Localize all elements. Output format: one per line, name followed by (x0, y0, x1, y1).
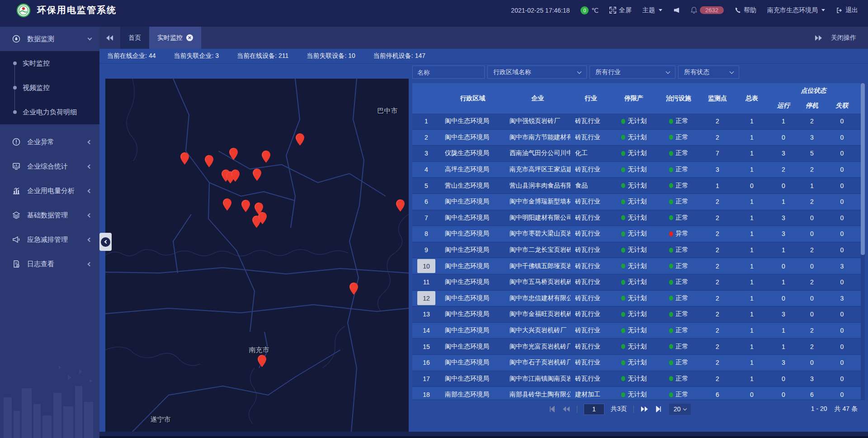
cell-halt: 2 (797, 274, 826, 290)
map-pin[interactable] (231, 170, 240, 182)
map-pin[interactable] (241, 200, 250, 212)
sidebar-item-5[interactable]: 应急减排管理 (0, 227, 99, 252)
megaphone-icon (12, 235, 21, 244)
cell-points: 2 (701, 274, 734, 290)
cell-halt: 0 (797, 226, 826, 242)
status-select[interactable]: 所有状态 (678, 66, 739, 79)
cell-region: 阆中生态环境局 (440, 258, 505, 274)
map-pin[interactable] (205, 155, 213, 167)
map-pin[interactable] (253, 169, 261, 181)
map[interactable]: 巴中市南充市遂宁市 (105, 79, 409, 432)
tab-close-icon[interactable]: ✕ (186, 34, 193, 41)
table-row[interactable]: 8阆中生态环境局阆中市枣碧大梁山页岩砖瓦行业无计划异常21300 (412, 226, 865, 242)
table-row[interactable]: 10阆中生态环境局阆中千佛镇五郎垭页岩砖瓦行业无计划正常21003 (412, 258, 865, 274)
cell-run: 1 (769, 323, 797, 339)
next-page-button[interactable] (640, 405, 648, 413)
notifications[interactable]: 2632 (691, 6, 724, 14)
table-row[interactable]: 7阆中生态环境局阆中明阳建材有限公司砖瓦行业无计划正常21300 (412, 210, 865, 226)
cell-run: 0 (769, 291, 797, 306)
tab-realtime-monitoring[interactable]: 实时监控 ✕ (149, 27, 201, 49)
table-row[interactable]: 11阆中生态环境局阆中市五马桥页岩机砖砖瓦行业无计划正常21120 (412, 274, 865, 291)
stat-value: 211 (278, 52, 288, 59)
sidebar-item-4[interactable]: 基础数据管理 (0, 203, 99, 227)
map-pin[interactable] (180, 152, 189, 165)
map-pin[interactable] (223, 198, 231, 211)
cell-enterprise: 阆中市金福旺页岩机砖 (505, 306, 571, 322)
tab-home[interactable]: 首页 (120, 27, 149, 49)
sidebar-item-3[interactable]: 企业用电量分析 (0, 179, 99, 203)
organization-dropdown[interactable]: 南充市生态环境局 (767, 6, 825, 14)
table-row[interactable]: 4高坪生态环境局南充市高坪区王家店建砖瓦行业无计划正常31220 (412, 162, 865, 178)
cell-industry: 砖瓦行业 (571, 291, 611, 306)
status-dot-green (669, 392, 673, 397)
sidebar-subitem[interactable]: 企业电力负荷明细 (0, 100, 99, 124)
close-operations-button[interactable]: 关闭操作 (831, 34, 856, 42)
table-row[interactable]: 13阆中生态环境局阆中市金福旺页岩机砖砖瓦行业无计划正常21300 (412, 306, 865, 323)
table-row[interactable]: 3仪陇生态环境局西南油气田分公司川中化工无计划正常71350 (412, 146, 865, 162)
cell-stop-status: 无计划 (611, 113, 656, 129)
stat-item: 当前在线企业:44 (107, 52, 156, 60)
status-dot-green (669, 360, 673, 365)
scrollbar-thumb[interactable] (861, 83, 865, 255)
region-select[interactable]: 行政区域名称 (487, 66, 587, 79)
first-page-button[interactable] (548, 405, 556, 413)
double-chevron-right-icon[interactable] (815, 35, 822, 41)
table-row[interactable]: 14阆中生态环境局阆中大兴页岩机砖厂砖瓦行业无计划正常21120 (412, 323, 865, 339)
sidebar-item-2[interactable]: 企业综合统计 (0, 154, 99, 179)
table-row[interactable]: 15阆中生态环境局阆中市光富页岩机砖厂砖瓦行业无计划正常21120 (412, 339, 865, 355)
page-size-select[interactable]: 20 (669, 404, 691, 415)
cell-points: 7 (701, 146, 734, 161)
cell-run: 0 (769, 371, 797, 387)
row-index: 9 (412, 242, 440, 258)
table-row[interactable]: 6阆中生态环境局阆中市金博瑞新型墙材砖瓦行业无计划正常21120 (412, 194, 865, 210)
cell-points: 2 (701, 371, 734, 387)
tabs-scroll-left-button[interactable] (99, 27, 120, 49)
speaker-icon (673, 7, 680, 14)
cell-stop-status: 无计划 (611, 323, 656, 339)
table-scrollbar[interactable] (861, 83, 865, 400)
cell-stop-status: 无计划 (611, 178, 656, 193)
map-pin[interactable] (296, 133, 304, 146)
table-row[interactable]: 16阆中生态环境局阆中市石子页岩机砖厂砖瓦行业无计划正常21300 (412, 355, 865, 371)
sound-toggle[interactable] (673, 7, 680, 14)
cell-run: 3 (769, 146, 797, 161)
col-facility: 治污设施 (656, 83, 701, 113)
table-row[interactable]: 5营山生态环境局营山县润丰肉食品有限食品无计划正常10010 (412, 178, 865, 194)
table-row[interactable]: 2阆中生态环境局阆中市南方节能建材有砖瓦行业无计划正常21030 (412, 130, 865, 146)
map-city-label: 巴中市 (377, 107, 398, 115)
temperature-widget: 0 ℃ (580, 6, 599, 14)
cell-run: 3 (769, 226, 797, 242)
cell-facility-status: 正常 (656, 355, 701, 371)
sidebar-item-6[interactable]: 日志查看 (0, 252, 99, 276)
sidebar-subitem[interactable]: 实时监控 (0, 51, 99, 75)
help-button[interactable]: 帮助 (735, 6, 756, 14)
table-row[interactable]: 18南部生态环境局南部县砖华土陶有限公建材加工无计划正常60060 (412, 387, 865, 400)
fullscreen-button[interactable]: 全屏 (609, 6, 632, 14)
status-dot-green (621, 135, 625, 140)
name-search-input[interactable] (412, 66, 485, 79)
table-row[interactable]: 1阆中生态环境局阆中强锐页岩砖厂砖瓦行业无计划正常21120 (412, 113, 865, 130)
previous-page-button[interactable] (562, 405, 571, 413)
page-number-input[interactable] (584, 404, 604, 415)
industry-select[interactable]: 所有行业 (590, 66, 675, 79)
map-pin[interactable] (258, 355, 266, 367)
collapse-map-button[interactable] (99, 233, 112, 251)
map-pin[interactable] (258, 212, 267, 224)
cell-lost: 0 (826, 242, 858, 258)
theme-dropdown[interactable]: 主题 (642, 6, 662, 14)
map-pin[interactable] (229, 148, 238, 160)
table-row[interactable]: 17阆中生态环境局阆中市江南镇阆南页岩砖瓦行业无计划正常21030 (412, 371, 865, 387)
logout-button[interactable]: 退出 (836, 6, 858, 14)
cell-meter: 1 (734, 226, 769, 242)
map-pin[interactable] (396, 199, 405, 212)
sidebar-item-1[interactable]: 企业异常 (0, 130, 99, 154)
sidebar-item-0[interactable]: 数据监测 (0, 27, 99, 51)
last-page-button[interactable] (655, 405, 663, 413)
status-dot-green (621, 199, 625, 204)
table-row[interactable]: 9阆中生态环境局阆中市二龙长宝页岩砖砖瓦行业无计划正常21120 (412, 242, 865, 259)
cell-run: 1 (769, 113, 797, 129)
map-pin[interactable] (262, 151, 270, 163)
sidebar-subitem[interactable]: 视频监控 (0, 75, 99, 100)
map-pin[interactable] (349, 283, 358, 295)
table-row[interactable]: 12阆中生态环境局阆中市忠信建材有限公砖瓦行业无计划正常21003 (412, 291, 865, 307)
